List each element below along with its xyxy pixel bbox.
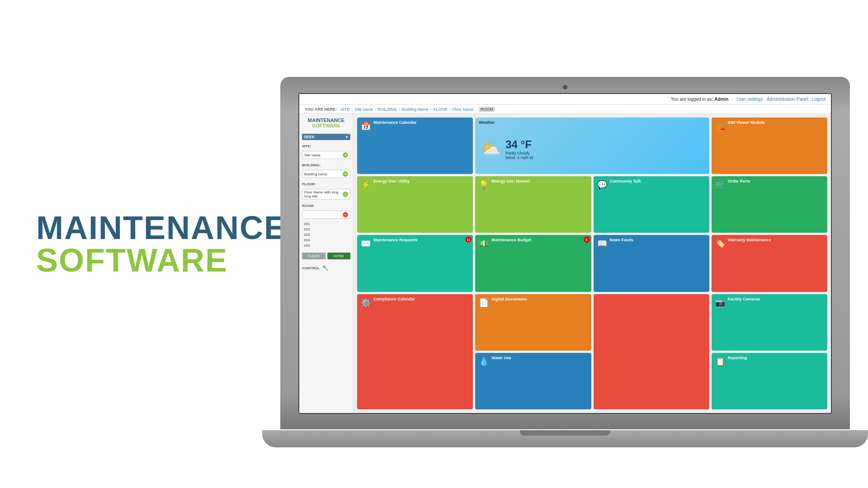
room-list: 201 202 203 204 205 <box>302 221 350 248</box>
breadcrumb-floor-name[interactable]: Floor Name <box>453 107 474 112</box>
wrench-icon: 🔧 <box>322 265 329 271</box>
tile-bim-label: BIM Viewer Module <box>728 120 765 125</box>
tile-energy-human[interactable]: 💡 Energy use: Human <box>475 176 591 233</box>
tile-community-label: Community Talk <box>610 179 641 184</box>
floor-label: FLOOR: <box>302 182 350 186</box>
digital-docs-icon: 📄 <box>479 298 489 308</box>
weather-wind: Wind: 4 mph W <box>505 155 533 160</box>
tile-order-parts-label: Order Parts <box>728 179 750 184</box>
community-icon: 💬 <box>597 180 607 190</box>
bim-icon: 🏗️ <box>715 121 725 131</box>
tile-maintenance-budget[interactable]: 0 💵 Maintenance Budget <box>475 235 591 291</box>
breadcrumb-room[interactable]: ROOM <box>479 107 495 112</box>
tile-news-feeds[interactable]: 📖 News Feeds <box>594 235 709 291</box>
room-dropdown[interactable]: − <box>302 211 350 219</box>
tile-energy-utility[interactable]: ⚡ Energy Use: Utility <box>357 176 473 233</box>
tile-water-use[interactable]: 💧 Water Use <box>475 353 591 409</box>
news-feeds-icon: 📖 <box>597 239 607 249</box>
main-title-line2: SOFTWARE <box>36 244 280 277</box>
building-add-button[interactable]: + <box>343 171 348 177</box>
tile-red-right[interactable] <box>594 294 709 409</box>
laptop-body: You are logged in as: Admin User setting… <box>280 77 850 429</box>
laptop-base <box>262 430 868 447</box>
laptop-screen: You are logged in as: Admin User setting… <box>298 93 832 414</box>
room-201[interactable]: 201 <box>302 221 350 226</box>
warranty-icon: 🏷️ <box>715 239 725 249</box>
maintenance-budget-badge: 0 <box>584 236 590 243</box>
water-use-icon: 💧 <box>479 357 489 366</box>
tile-community-talk[interactable]: 💬 Community Talk <box>594 176 709 233</box>
tile-digital-documents-label: Digital Documents <box>491 297 527 302</box>
floor-dropdown[interactable]: Floor Name with long long title + <box>302 189 350 200</box>
dashboard: 📅 Maintenance Calendar Weather ⛅ 34 °F P… <box>354 114 831 413</box>
clear-button[interactable]: CLEAR <box>302 253 326 259</box>
main-title-line1: MAINTENANCE <box>36 211 280 244</box>
username: Admin <box>714 97 728 102</box>
room-remove-button[interactable]: − <box>343 212 348 217</box>
sidebar-buttons: CLEAR DONE <box>302 253 350 259</box>
tile-digital-documents[interactable]: 📄 Digital Documents <box>475 294 591 351</box>
weather-title: Weather <box>479 120 495 125</box>
tile-maintenance-budget-label: Maintenance Budget <box>491 238 531 243</box>
camera <box>563 85 567 89</box>
done-button[interactable]: DONE <box>327 253 351 259</box>
building-label: BUILDING: <box>302 163 350 167</box>
tile-bim-viewer[interactable]: 🏗️ BIM Viewer Module <box>712 117 827 174</box>
site-add-button[interactable]: + <box>343 152 348 158</box>
breadcrumb-site-name[interactable]: Site name <box>354 107 373 112</box>
tile-maintenance-requests[interactable]: 11 ✉️ Maintenance Requests <box>357 235 473 291</box>
calendar-icon: 📅 <box>361 121 371 131</box>
screen-content: You are logged in as: Admin User setting… <box>299 94 831 413</box>
weather-info: 34 °F Partly Cloudy Wind: 4 mph W <box>505 138 533 160</box>
order-parts-icon: 🛒 <box>715 180 725 190</box>
logout-link[interactable]: Logout <box>811 97 826 102</box>
room-205[interactable]: 205 <box>302 243 350 248</box>
reporting-icon: 📋 <box>715 357 725 366</box>
main-area: MAINTENANCE SOFTWARE SEEK ▼ SITE: Site n… <box>299 114 831 413</box>
room-203[interactable]: 203 <box>302 232 350 237</box>
room-204[interactable]: 204 <box>302 238 350 243</box>
weather-temp: 34 °F <box>505 138 533 151</box>
breadcrumb-building-name[interactable]: Building Name <box>402 107 429 112</box>
admin-panel-link[interactable]: Administration Panel <box>767 97 808 102</box>
facility-cameras-icon: 📷 <box>715 298 725 308</box>
floor-add-button[interactable]: + <box>343 192 348 197</box>
maintenance-requests-icon: ✉️ <box>361 239 371 249</box>
breadcrumb-site[interactable]: SITE <box>340 107 349 112</box>
site-label: SITE: <box>302 144 350 148</box>
tile-reporting[interactable]: 📋 Reporting <box>712 353 827 409</box>
tile-maintenance-requests-label: Maintenance Requests <box>373 238 418 243</box>
top-bar: You are logged in as: Admin User setting… <box>299 94 831 105</box>
tile-compliance-calendar[interactable]: ⚙️ Compliance Calendar <box>357 294 473 409</box>
tile-facility-cameras-label: Facility Cameras <box>728 297 760 302</box>
site-value: Site name <box>304 153 321 157</box>
sidebar-app-title: MAINTENANCE <box>302 117 350 123</box>
breadcrumb-building[interactable]: BUILDING <box>378 107 397 112</box>
seek-label: SEEK <box>304 135 315 139</box>
breadcrumb-label: YOU ARE HERE: <box>305 107 337 112</box>
building-value: Building name <box>304 172 327 176</box>
compliance-icon: ⚙️ <box>361 298 371 308</box>
seek-header[interactable]: SEEK ▼ <box>302 134 350 140</box>
tile-weather[interactable]: Weather ⛅ 34 °F Partly Cloudy Wind: 4 mp… <box>475 117 709 174</box>
maintenance-budget-icon: 💵 <box>479 239 489 249</box>
room-202[interactable]: 202 <box>302 227 350 232</box>
tile-warranty-maintenance[interactable]: 🏷️ Warranty Maintenance <box>712 235 827 291</box>
building-dropdown[interactable]: Building name + <box>302 170 350 178</box>
breadcrumb-floor[interactable]: FLOOR <box>434 107 448 112</box>
sidebar-logo: MAINTENANCE SOFTWARE <box>302 117 350 128</box>
user-settings-link[interactable]: User settings <box>736 97 763 102</box>
floor-value: Floor Name with long long title <box>304 190 343 198</box>
laptop: You are logged in as: Admin User setting… <box>280 41 850 447</box>
weather-sun-cloud-icon: ⛅ <box>481 140 501 159</box>
tile-news-feeds-label: News Feeds <box>610 238 633 243</box>
control-section: CONTROL 🔧 <box>302 265 350 271</box>
control-text: CONTROL <box>302 266 320 270</box>
left-panel: MAINTENANCE SOFTWARE <box>0 211 280 277</box>
room-label: ROOM: <box>302 204 350 208</box>
tile-order-parts[interactable]: 🛒 Order Parts <box>712 176 827 233</box>
tile-facility-cameras[interactable]: 📷 Facility Cameras <box>712 294 827 351</box>
energy-human-icon: 💡 <box>479 180 489 190</box>
tile-maintenance-calendar[interactable]: 📅 Maintenance Calendar <box>357 117 473 174</box>
site-dropdown[interactable]: Site name + <box>302 151 350 159</box>
